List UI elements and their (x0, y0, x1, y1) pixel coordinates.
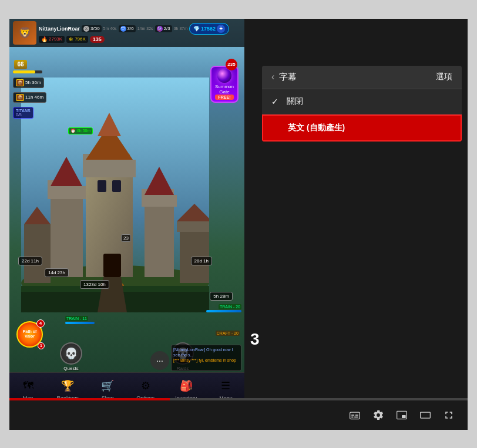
svg-rect-9 (98, 180, 106, 192)
troop-timer-14d: 14d 23h (45, 268, 69, 277)
fullscreen-control-button[interactable] (442, 408, 456, 422)
options-icon: ⚙ (137, 378, 154, 394)
troops-badge-1: ⚔ 3/50 (82, 25, 102, 32)
svg-rect-41 (351, 416, 353, 417)
map-icon: 🗺 (20, 378, 36, 394)
svg-rect-21 (145, 204, 174, 277)
inventory-icon: 🎒 (178, 378, 194, 394)
fire-icon: 🔥 (41, 36, 48, 42)
hud-row1: NittanyLionRoar ⚔ 3/50 5m 40s 🛡 3/6 14m … (39, 23, 241, 35)
add-gems-button[interactable]: + (217, 25, 225, 33)
map-number-23: 23 (121, 234, 131, 242)
subtitle-option-off[interactable]: ✓ 關閉 (262, 89, 462, 114)
theater-control-button[interactable] (418, 408, 432, 422)
castle-svg (21, 78, 209, 312)
free-badge: FREE! (215, 95, 234, 100)
troops-badge-3: 🔮 2/3 (155, 25, 172, 32)
video-player-area: 🦁 NittanyLionRoar ⚔ 3/50 5m 40s 🛡 3/6 (9, 19, 468, 430)
troops-badge-2: 🛡 3/6 (119, 25, 136, 32)
svg-rect-31 (177, 221, 209, 232)
pov-num-badge: 4 (36, 319, 45, 328)
quests-action[interactable]: 💀 Quests (60, 342, 82, 371)
fullscreen-control-icon (443, 409, 455, 421)
subtitle-header: ‹ 字幕 選項 (262, 66, 462, 89)
settings-control-icon (372, 409, 384, 421)
titans-bar: TITANS 0/5 (13, 107, 33, 119)
chat-text: [NittanyLionRoar] Oh good now I see the … (173, 347, 239, 363)
gold-badge: 🔥 2793K (39, 36, 65, 43)
food-badge: ❄ 796K (66, 36, 88, 43)
level-badge: 66 (14, 60, 27, 69)
video-controls (9, 400, 468, 430)
subtitle-title: 字幕 (279, 72, 297, 83)
dots-icon: ··· (156, 356, 163, 365)
shield-icon: 🛡 (120, 26, 126, 32)
hud-stats: NittanyLionRoar ⚔ 3/50 5m 40s 🛡 3/6 14m … (39, 23, 241, 43)
svg-rect-11 (103, 254, 121, 277)
buildings-area (21, 78, 244, 371)
hud-top: 🦁 NittanyLionRoar ⚔ 3/50 5m 40s 🛡 3/6 (9, 19, 244, 47)
shop-icon: 🛒 (99, 378, 116, 394)
clock-icon-1: ⏰ (70, 129, 76, 133)
miniplayer-control-icon (396, 409, 408, 421)
quests-label: Quests (63, 366, 78, 371)
menu-icon: ☰ (217, 378, 234, 394)
troop-timer-5h28m: 5h 28m (210, 292, 233, 301)
svg-rect-14 (51, 195, 83, 277)
back-button[interactable]: ‹ (271, 72, 274, 82)
theater-control-icon (419, 409, 431, 421)
chest-timer-1: 📦 5h 36m (13, 78, 44, 88)
svg-rect-42 (354, 416, 358, 417)
step-number: 3 (250, 330, 260, 349)
subtitle-off-label: 關閉 (287, 96, 303, 107)
train-label-2: TRAIN - 11 (65, 316, 88, 321)
player-avatar: 🦁 (13, 21, 36, 45)
subtitle-control-button[interactable] (348, 408, 362, 422)
gem-icon: 💎 (193, 26, 200, 32)
train-progress-1 (206, 310, 241, 312)
chat-button[interactable]: ··· (150, 351, 169, 370)
player-name-label: NittanyLionRoar (39, 26, 80, 32)
troop-timer-22d: 22d 11h (18, 257, 42, 265)
building-timer-1: ⏰ 6h 50m (68, 127, 93, 134)
troop-timer-28d: 28d 1h (191, 257, 212, 265)
chest-timer-2: 📦 11h 46m (13, 92, 46, 103)
svg-rect-44 (402, 415, 406, 418)
troop-timer-1323d: 1323d 10h (80, 280, 109, 289)
outer-container: 🦁 NittanyLionRoar ⚔ 3/50 5m 40s 🛡 3/6 (0, 0, 477, 448)
chat-area: [NittanyLionRoar] Oh good now I see the … (171, 345, 241, 371)
craft-label: CRAFT - 20 (216, 331, 240, 336)
svg-rect-40 (355, 415, 358, 416)
quests-icon: 💀 (60, 342, 82, 365)
chest-icon-1: 📦 (16, 79, 24, 86)
red-count-badge: 235 (226, 59, 237, 70)
sword-icon: ⚔ (83, 26, 89, 32)
miniplayer-control-button[interactable] (395, 408, 409, 422)
subtitle-english-auto-label: 英文 (自動產生) (288, 123, 345, 133)
purple-icon: 🔮 (157, 26, 163, 32)
gem-count: 💎 17562 + (189, 23, 229, 35)
game-screen: 🦁 NittanyLionRoar ⚔ 3/50 5m 40s 🛡 3/6 (9, 19, 244, 406)
xp-bar (13, 70, 42, 73)
summon-orb (217, 69, 231, 83)
subtitle-panel: ‹ 字幕 選項 ✓ 關閉 英文 (自動產生) (262, 66, 462, 142)
rankings-icon: 🏆 (59, 378, 76, 394)
xp-bar-fill (13, 70, 35, 73)
subtitle-option-english-auto[interactable]: 英文 (自動產生) (262, 114, 462, 142)
chest-icon-2: 📦 (16, 94, 24, 101)
train-progress-2 (65, 322, 95, 324)
summon-gate[interactable]: Summon Gate FREE! (210, 66, 238, 103)
svg-rect-45 (421, 412, 431, 418)
train-label-1: TRAIN - 20 (219, 304, 241, 309)
subtitle-options-button[interactable]: 選項 (436, 72, 452, 82)
svg-rect-38 (350, 412, 360, 419)
food-icon: ❄ (69, 36, 73, 42)
resource-count-badge: 135 (90, 36, 105, 43)
check-icon: ✓ (271, 97, 281, 106)
hud-row2: 🔥 2793K ❄ 796K 135 (39, 36, 241, 43)
settings-control-button[interactable] (371, 408, 385, 422)
svg-rect-10 (112, 180, 121, 192)
subtitle-control-icon (349, 409, 361, 421)
svg-rect-39 (351, 415, 354, 416)
